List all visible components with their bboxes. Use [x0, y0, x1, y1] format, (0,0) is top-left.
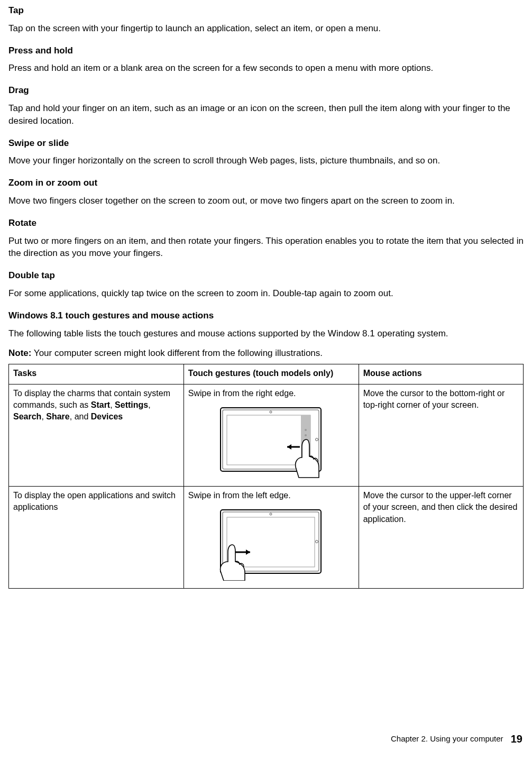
footer-chapter: Chapter 2. Using your computer	[391, 734, 503, 743]
tablet-swipe-right-icon	[213, 405, 329, 479]
text-win81: The following table lists the touch gest…	[8, 327, 524, 340]
cell-touch: Swipe in from the left edge.	[184, 486, 359, 588]
touch-text: Swipe in from the left edge.	[188, 490, 354, 501]
gestures-table: Tasks Touch gestures (touch models only)…	[8, 364, 524, 589]
note-label: Note:	[8, 348, 31, 358]
swipe-right-illustration	[188, 405, 354, 479]
table-row: To display the open applications and swi…	[9, 486, 524, 588]
svg-rect-4	[227, 415, 310, 465]
cell-mouse: Move the cursor to the bottom-right or t…	[359, 384, 523, 486]
text-rotate: Put two or more fingers on an item, and …	[8, 235, 524, 260]
heading-rotate: Rotate	[8, 217, 524, 230]
heading-tap: Tap	[8, 4, 524, 17]
note-text: Your computer screen might look differen…	[31, 348, 323, 358]
cell-task: To display the open applications and swi…	[9, 486, 184, 588]
text-swipe: Move your finger horizontally on the scr…	[8, 154, 524, 167]
note-line: Note: Your computer screen might look di…	[8, 347, 524, 360]
heading-win81: Windows 8.1 touch gestures and mouse act…	[8, 309, 524, 322]
text-drag: Tap and hold your finger on an item, suc…	[8, 102, 524, 127]
th-mouse: Mouse actions	[359, 364, 523, 384]
heading-swipe: Swipe or slide	[8, 137, 524, 150]
touch-text: Swipe in from the right edge.	[188, 388, 354, 399]
heading-double-tap: Double tap	[8, 269, 524, 282]
th-touch: Touch gestures (touch models only)	[184, 364, 359, 384]
page-footer: Chapter 2. Using your computer 19	[391, 731, 522, 746]
text-press-hold: Press and hold an item or a blank area o…	[8, 62, 524, 75]
cell-mouse: Move the cursor to the upper-left corner…	[359, 486, 523, 588]
heading-zoom: Zoom in or zoom out	[8, 177, 524, 189]
swipe-left-illustration	[188, 507, 354, 581]
svg-rect-16	[227, 517, 315, 567]
footer-page-number: 19	[511, 733, 522, 745]
heading-press-hold: Press and hold	[8, 44, 524, 57]
cell-touch: Swipe in from the right edge.	[184, 384, 359, 486]
text-zoom: Move two fingers closer together on the …	[8, 195, 524, 207]
table-row: To display the charms that contain syste…	[9, 384, 524, 486]
cell-task: To display the charms that contain syste…	[9, 384, 184, 486]
svg-point-7	[305, 434, 307, 436]
text-tap: Tap on the screen with your fingertip to…	[8, 22, 524, 35]
text-double-tap: For some applications, quickly tap twice…	[8, 287, 524, 300]
heading-drag: Drag	[8, 84, 524, 97]
svg-point-6	[305, 429, 307, 431]
tablet-swipe-left-icon	[213, 507, 329, 581]
th-tasks: Tasks	[9, 364, 184, 384]
table-header-row: Tasks Touch gestures (touch models only)…	[9, 364, 524, 384]
